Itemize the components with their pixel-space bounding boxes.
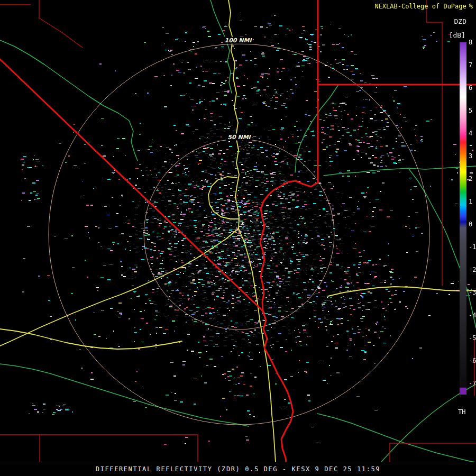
colorbar-tick-label: 4 <box>469 130 472 137</box>
radar-display: 100 NMI 50 NMI NEXLAB-College of DuPage%… <box>0 0 476 476</box>
county-lines <box>0 0 476 476</box>
colorbar-tick-label: -7 <box>469 380 476 387</box>
highway-lines <box>0 0 476 476</box>
attribution-symbol: % <box>469 3 473 10</box>
range-ring-label-50nmi: 50 NMI <box>226 134 252 141</box>
colorbar-units-label: [dB] <box>449 31 465 39</box>
attribution: NEXLAB-College of DuPage% <box>374 3 473 10</box>
colorbar-tick-label: 0 <box>469 221 472 228</box>
colorbar-tick-label: -6 <box>469 357 476 364</box>
colorbar-th-label: TH <box>458 408 465 416</box>
attribution-text: NEXLAB-College of DuPage <box>374 3 466 10</box>
product-caption: DIFFERENTIAL REFLECTIVITY (ZDR) 0.5 DEG … <box>96 465 380 473</box>
caption-bar: DIFFERENTIAL REFLECTIVITY (ZDR) 0.5 DEG … <box>0 462 476 476</box>
colorbar-tick-label: -5 <box>469 334 476 342</box>
range-ring-label-100nmi: 100 NMI <box>223 37 253 44</box>
map-svg <box>0 0 476 476</box>
colorbar-tick-label: 2 <box>469 175 472 182</box>
colorbar-tick-label: 3 <box>469 152 472 160</box>
colorbar-tick-label: 5 <box>469 107 472 114</box>
colorbar-tick-label: -1 <box>469 243 476 251</box>
range-rings <box>49 44 429 425</box>
colorbar-product-label: DZD <box>454 17 466 25</box>
state-border-lines <box>0 0 476 476</box>
river-lines <box>0 0 476 476</box>
colorbar-tick-label: -4 <box>469 312 476 319</box>
colorbar-tick-label: -2 <box>469 266 476 273</box>
colorbar-tick-label: -3 <box>469 289 476 296</box>
colorbar-tick-label: 8 <box>469 39 472 46</box>
colorbar-tick-label: 6 <box>469 84 472 91</box>
colorbar-tick-label: 7 <box>469 61 472 69</box>
colorbar-tick-label: 1 <box>469 198 472 205</box>
colorbar-gradient <box>460 42 466 395</box>
